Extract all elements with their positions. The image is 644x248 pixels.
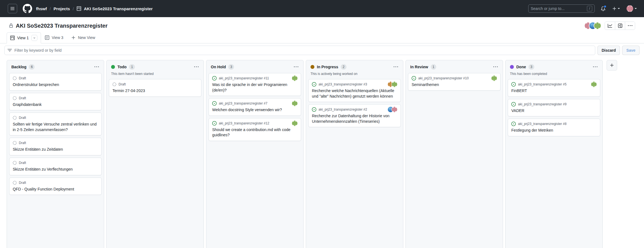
- card-title[interactable]: Skizze Entitäten zu Verflechtungen: [13, 167, 98, 172]
- card[interactable]: Draft Termin 27-04-2023: [109, 79, 201, 97]
- column-header: In Progress 2: [306, 60, 403, 72]
- card[interactable]: Draft Skizze Entitäten zu Verflechtungen: [9, 158, 102, 175]
- view-tabs: View 1 View 3 New View: [0, 32, 644, 43]
- card[interactable]: aki_prj23_transparenzregister #11 Was is…: [209, 73, 301, 96]
- card-title[interactable]: Termin 27-04-2023: [112, 88, 198, 94]
- card[interactable]: aki_prj23_transparenzregister #3 Recherc…: [308, 79, 401, 102]
- new-view-button[interactable]: New View: [67, 32, 99, 43]
- card[interactable]: aki_prj23_transparenzregister #9 VADER: [508, 99, 600, 117]
- save-button[interactable]: Save: [622, 46, 640, 55]
- card-title[interactable]: Ordnerstruktur besprechen: [13, 82, 98, 88]
- hamburger-menu-button[interactable]: [8, 4, 17, 13]
- column-description: This is actively being worked on: [306, 72, 403, 78]
- card[interactable]: Draft Graphdatenbank: [9, 93, 102, 111]
- user-menu-button[interactable]: [627, 5, 637, 12]
- card[interactable]: aki_prj23_transparenzregister #8 Festleg…: [508, 119, 600, 136]
- column-menu-button[interactable]: [393, 64, 399, 70]
- card-title[interactable]: QFD - Quality Function Deployment: [13, 187, 98, 192]
- tab-view-3[interactable]: View 3: [41, 32, 67, 43]
- column-description: This has been completed: [506, 72, 602, 78]
- column-menu-button[interactable]: [293, 64, 299, 70]
- assignee-avatars[interactable]: [388, 82, 397, 87]
- discard-button[interactable]: Discard: [597, 46, 620, 55]
- kebab-icon: [493, 65, 498, 69]
- issue-repo-label[interactable]: aki_prj23_transparenzregister #5: [518, 82, 566, 86]
- card[interactable]: Draft Sollten wir fertige Versuche zentr…: [9, 113, 102, 135]
- card-title[interactable]: Was ist die sprache in der wir Programie…: [212, 82, 297, 93]
- issue-repo-label[interactable]: aki_prj23_transparenzregister #10: [418, 76, 469, 80]
- issue-repo-label[interactable]: aki_prj23_transparenzregister #12: [219, 121, 269, 125]
- card[interactable]: aki_prj23_transparenzregister #7 Welchen…: [209, 98, 301, 116]
- assignee-avatars[interactable]: [591, 82, 597, 87]
- create-new-button[interactable]: [612, 6, 620, 11]
- card-title[interactable]: Recherche zur Datenhaltung der Historie …: [312, 113, 397, 124]
- card[interactable]: Draft Skizze Entitäten zu Zeitdaten: [9, 138, 102, 155]
- card-title[interactable]: VADER: [511, 108, 597, 114]
- card[interactable]: aki_prj23_transparenzregister #2 Recherc…: [308, 104, 401, 127]
- card-title[interactable]: FinBERT: [511, 88, 597, 94]
- card-title[interactable]: Festlegung der Metriken: [511, 128, 597, 133]
- notifications-button[interactable]: [601, 6, 605, 11]
- chevron-down-icon: [33, 36, 36, 40]
- filter-field[interactable]: [4, 46, 595, 55]
- card-type-label: Draft: [19, 96, 26, 100]
- breadcrumb-project[interactable]: AKI SoSe2023 Transparenzregister: [84, 6, 153, 11]
- column-header: Todo 1: [107, 60, 204, 72]
- column-menu-button[interactable]: [592, 64, 598, 70]
- draft-icon: [13, 116, 17, 120]
- tab-view-1[interactable]: View 1: [7, 32, 41, 43]
- breadcrumb-projects[interactable]: Projects: [53, 6, 70, 11]
- assignee-avatars[interactable]: [292, 75, 297, 81]
- card[interactable]: aki_prj23_transparenzregister #10 Semina…: [408, 73, 501, 91]
- issue-repo-label[interactable]: aki_prj23_transparenzregister #11: [219, 76, 269, 80]
- issue-repo-label[interactable]: aki_prj23_transparenzregister #8: [518, 122, 566, 126]
- github-logo[interactable]: [23, 4, 32, 13]
- assignee-avatars[interactable]: [292, 121, 297, 126]
- filter-icon: [7, 48, 12, 53]
- card[interactable]: Draft QFD - Quality Function Deployment: [9, 177, 102, 195]
- column-menu-button[interactable]: [493, 64, 498, 70]
- view-options-button[interactable]: [31, 35, 37, 41]
- assignee-avatars[interactable]: [292, 101, 297, 106]
- card-title[interactable]: Welchen docstring Style verwenden wir?: [212, 107, 297, 113]
- card-title[interactable]: Should we create a contribution.md with …: [212, 127, 297, 138]
- issue-repo-label[interactable]: aki_prj23_transparenzregister #9: [518, 102, 566, 106]
- card[interactable]: aki_prj23_transparenzregister #12 Should…: [209, 118, 301, 141]
- issue-repo-label[interactable]: aki_prj23_transparenzregister #2: [319, 108, 367, 111]
- draft-icon: [112, 82, 116, 86]
- issue-open-icon: [511, 82, 516, 87]
- card-title[interactable]: Seminarthemen: [412, 82, 497, 88]
- card-list: aki_prj23_transparenzregister #5 FinBERT…: [506, 78, 602, 139]
- filter-input[interactable]: [14, 48, 592, 53]
- issue-open-icon: [212, 101, 217, 106]
- project-board-icon: [10, 36, 15, 40]
- assignee-avatars[interactable]: [388, 107, 397, 112]
- global-search[interactable]: /: [528, 4, 595, 13]
- column-on-hold: On Hold 3 aki_prj23_transparenzregister …: [206, 60, 304, 248]
- card-title[interactable]: Skizze Entitäten zu Zeitdaten: [13, 147, 98, 152]
- side-panel-button[interactable]: [615, 22, 625, 30]
- project-menu-button[interactable]: [625, 22, 635, 30]
- issue-repo-label[interactable]: aki_prj23_transparenzregister #7: [219, 101, 267, 105]
- card[interactable]: aki_prj23_transparenzregister #5 FinBERT: [508, 79, 600, 97]
- avatar: [392, 82, 397, 87]
- column-name: In Progress: [317, 65, 338, 69]
- column-menu-button[interactable]: [194, 64, 199, 70]
- column-count-badge: 2: [341, 64, 347, 70]
- breadcrumb-org[interactable]: fhswf: [36, 6, 47, 11]
- column-menu-button[interactable]: [94, 64, 99, 70]
- column-count-badge: 6: [29, 64, 35, 70]
- collaborator-avatars[interactable]: [585, 22, 601, 29]
- card-list: aki_prj23_transparenzregister #3 Recherc…: [306, 78, 403, 129]
- insights-button[interactable]: [605, 22, 615, 30]
- assignee-avatars[interactable]: [491, 75, 497, 81]
- issue-repo-label[interactable]: aki_prj23_transparenzregister #3: [319, 82, 367, 86]
- card-title[interactable]: Graphdatenbank: [13, 102, 98, 108]
- column-name: Todo: [117, 65, 127, 69]
- search-input[interactable]: [531, 6, 585, 11]
- card[interactable]: Draft Ordnerstruktur besprechen: [9, 73, 102, 91]
- card-title[interactable]: Sollten wir fertige Versuche zentral ver…: [13, 122, 98, 132]
- plus-icon: [610, 63, 614, 67]
- card-title[interactable]: Recherche welche Nachrichtenquellen (Akt…: [312, 88, 397, 99]
- add-column-button[interactable]: [607, 60, 617, 71]
